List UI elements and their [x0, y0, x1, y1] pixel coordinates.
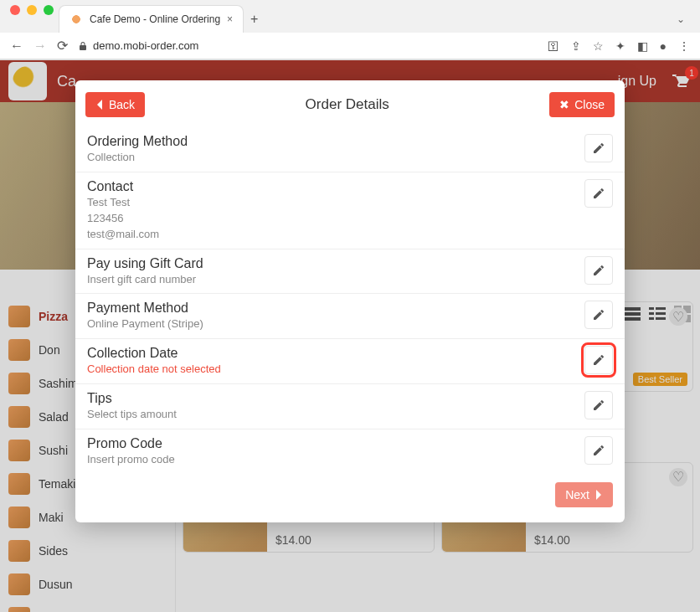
panel-icon[interactable]: ◧ [637, 39, 648, 53]
tab-bar: Cafe Demo - Online Ordering × + ⌄ [0, 5, 700, 33]
browser-tab[interactable]: Cafe Demo - Online Ordering × [59, 5, 244, 33]
modal-overlay[interactable]: Back Order Details ✖ Close Ordering Meth… [0, 60, 700, 612]
chrome-toolbar-icons: ⚿ ⇪ ☆ ✦ ◧ ● ⋮ [548, 39, 690, 53]
edit-button[interactable] [584, 301, 613, 329]
next-button[interactable]: Next [555, 482, 613, 507]
close-button[interactable]: ✖ Close [549, 92, 615, 117]
detail-row-collection-date: Collection DateCollection date not selec… [75, 339, 625, 384]
profile-icon[interactable]: ● [660, 39, 667, 53]
detail-subtext: test@mail.com [87, 228, 584, 242]
page: Ca ign Up 1 PizzaDonSashimiSaladSushiTem… [0, 60, 700, 612]
tab-title: Cafe Demo - Online Ordering [90, 13, 220, 25]
key-icon[interactable]: ⚿ [548, 39, 559, 53]
detail-row-contact: ContactTest Test123456test@mail.com [75, 172, 625, 249]
detail-title: Pay using Gift Card [87, 256, 584, 271]
pencil-icon [592, 141, 605, 155]
favicon-icon [69, 13, 83, 26]
detail-row-tips: TipsSelect tips amount [75, 384, 625, 429]
close-x-icon: ✖ [559, 98, 569, 111]
detail-subtext: Select tips amount [87, 408, 584, 422]
star-icon[interactable]: ☆ [593, 39, 604, 53]
new-tab-button[interactable]: + [250, 12, 258, 27]
extensions-icon[interactable]: ✦ [615, 39, 625, 53]
detail-title: Collection Date [87, 346, 584, 361]
edit-button[interactable] [584, 436, 613, 465]
edit-button[interactable] [584, 134, 613, 162]
modal-title: Order Details [306, 96, 389, 113]
reload-icon[interactable]: ⟳ [57, 38, 68, 54]
browser-chrome: Cafe Demo - Online Ordering × + ⌄ ← → ⟳ … [0, 0, 700, 60]
detail-subtext: Test Test [87, 196, 584, 210]
tabs-menu-icon[interactable]: ⌄ [677, 13, 685, 25]
detail-subtext: Online Payment (Stripe) [87, 317, 584, 332]
detail-subtext: Insert gift card number [87, 273, 584, 287]
url-field[interactable]: demo.mobi-order.com [78, 39, 538, 52]
maximize-window[interactable] [44, 5, 54, 15]
detail-title: Ordering Method [87, 134, 584, 149]
detail-subtext: Insert promo code [87, 453, 584, 467]
next-label: Next [565, 488, 589, 501]
detail-row-promo-code: Promo CodeInsert promo code [75, 429, 625, 474]
close-window[interactable] [10, 5, 20, 15]
minimize-window[interactable] [27, 5, 37, 15]
lock-icon [78, 41, 88, 51]
detail-title: Promo Code [87, 436, 584, 451]
edit-button[interactable] [584, 391, 613, 419]
detail-title: Payment Method [87, 301, 584, 316]
order-details-modal: Back Order Details ✖ Close Ordering Meth… [75, 80, 625, 522]
pencil-icon [592, 353, 605, 367]
close-label: Close [574, 98, 605, 111]
pencil-icon [592, 308, 605, 321]
detail-subtext: Collection [87, 151, 584, 165]
edit-button[interactable] [584, 179, 613, 208]
address-bar: ← → ⟳ demo.mobi-order.com ⚿ ⇪ ☆ ✦ ◧ ● ⋮ [0, 33, 700, 59]
kebab-icon[interactable]: ⋮ [678, 39, 690, 53]
back-button[interactable]: Back [85, 92, 145, 117]
back-nav-icon[interactable]: ← [10, 39, 23, 54]
pencil-icon [592, 399, 605, 412]
forward-nav-icon[interactable]: → [33, 39, 47, 54]
pencil-icon [592, 264, 605, 277]
detail-title: Contact [87, 179, 584, 194]
pencil-icon [592, 187, 605, 200]
detail-row-ordering-method: Ordering MethodCollection [75, 127, 625, 172]
detail-subtext: Collection date not selected [87, 363, 584, 377]
pencil-icon [592, 444, 605, 457]
edit-button[interactable] [584, 256, 613, 285]
url-text: demo.mobi-order.com [93, 39, 198, 52]
chevron-left-icon [95, 100, 104, 110]
detail-row-payment-method: Payment MethodOnline Payment (Stripe) [75, 294, 625, 339]
close-tab-icon[interactable]: × [227, 13, 233, 25]
back-label: Back [109, 98, 135, 111]
detail-subtext: 123456 [87, 212, 584, 226]
chevron-right-icon [594, 490, 603, 500]
edit-button[interactable] [584, 346, 613, 374]
detail-row-pay-using-gift-card: Pay using Gift CardInsert gift card numb… [75, 249, 625, 295]
share-icon[interactable]: ⇪ [571, 39, 581, 53]
detail-title: Tips [87, 391, 584, 406]
